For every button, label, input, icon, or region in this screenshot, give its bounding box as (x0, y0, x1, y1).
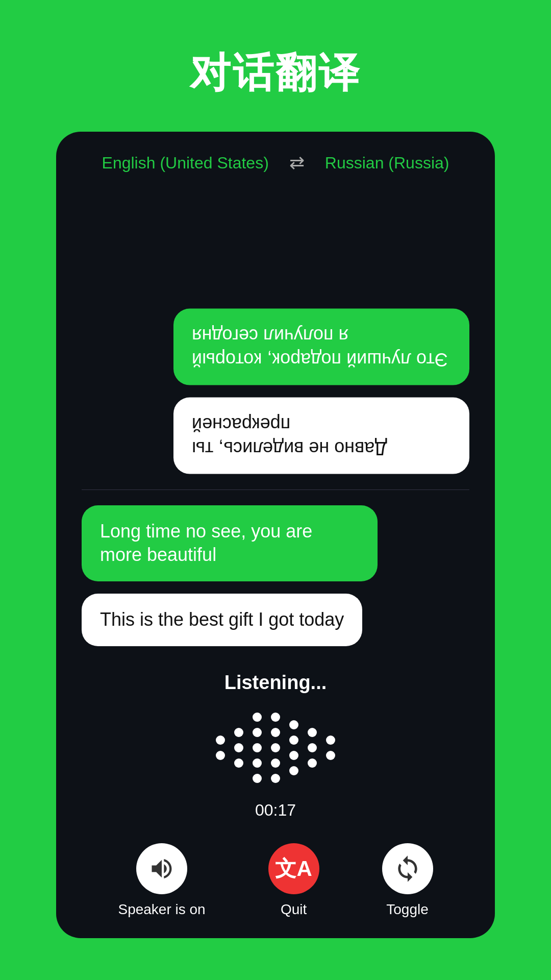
swap-icon[interactable]: ⇄ (289, 152, 305, 174)
wave-dot (234, 758, 243, 768)
bubble-top-2-container: Давно не виделись, ты прекрасней (82, 398, 469, 474)
wave-dot (216, 751, 225, 760)
wave-column-5 (308, 728, 317, 768)
speaker-control[interactable]: Speaker is on (118, 843, 205, 918)
wave-dot (271, 713, 280, 722)
toggle-icon (393, 854, 422, 883)
wave-dot (289, 736, 298, 745)
toggle-icon-circle (382, 843, 433, 894)
wave-dot (271, 774, 280, 783)
main-card: English (United States) ⇄ Russian (Russi… (56, 132, 495, 938)
messages-bottom-section: Long time no see, you are more beautiful… (56, 490, 495, 656)
bubble-bottom-1-container: Long time no see, you are more beautiful (82, 505, 469, 582)
target-language[interactable]: Russian (Russia) (325, 154, 449, 173)
wave-column-1 (234, 728, 243, 768)
wave-dot (308, 758, 317, 768)
bubble-bottom-green: Long time no see, you are more beautiful (82, 505, 378, 582)
wave-column-6 (326, 736, 335, 760)
bubble-bottom-white: This is the best gift I got today (82, 594, 362, 646)
wave-dot (289, 751, 298, 760)
speaker-icon (148, 855, 175, 882)
quit-icon-circle: 文A (268, 843, 319, 894)
waveform-visualizer (216, 707, 335, 789)
source-language[interactable]: English (United States) (102, 154, 269, 173)
toggle-label: Toggle (386, 901, 429, 918)
wave-column-2 (253, 713, 262, 783)
wave-dot (216, 736, 225, 745)
messages-top-section: Это лучший подарок, который я получил се… (56, 189, 495, 489)
speaker-label: Speaker is on (118, 901, 205, 918)
wave-dot (308, 728, 317, 737)
wave-dot (326, 736, 335, 745)
wave-dot (234, 743, 243, 752)
bottom-controls: Speaker is on 文A Quit Toggle (56, 833, 495, 938)
quit-label: Quit (281, 901, 307, 918)
timer-display: 00:17 (255, 801, 296, 820)
quit-icon: 文A (275, 854, 312, 883)
language-bar: English (United States) ⇄ Russian (Russi… (56, 132, 495, 189)
wave-dot (253, 774, 262, 783)
wave-dot (271, 728, 280, 737)
wave-dot (253, 743, 262, 752)
app-title: 对话翻译 (190, 46, 361, 101)
bubble-top-white: Давно не виделись, ты прекрасней (173, 398, 469, 474)
wave-dot (253, 728, 262, 737)
listening-section: Listening... 00:17 (56, 656, 495, 833)
wave-column-4 (289, 720, 298, 775)
wave-column-3 (271, 713, 280, 783)
wave-dot (253, 758, 262, 768)
wave-dot (253, 713, 262, 722)
wave-dot (326, 751, 335, 760)
wave-dot (234, 728, 243, 737)
quit-control[interactable]: 文A Quit (268, 843, 319, 918)
wave-dot (308, 743, 317, 752)
bubble-top-1-container: Это лучший подарок, который я получил се… (82, 309, 469, 385)
wave-column-0 (216, 736, 225, 760)
wave-dot (271, 743, 280, 752)
bubble-bottom-2-container: This is the best gift I got today (82, 594, 469, 646)
wave-dot (289, 766, 298, 775)
listening-status: Listening... (224, 672, 327, 694)
wave-dot (271, 758, 280, 768)
wave-dot (289, 720, 298, 729)
speaker-icon-circle (136, 843, 187, 894)
bubble-top-green: Это лучший подарок, который я получил се… (173, 309, 469, 385)
toggle-control[interactable]: Toggle (382, 843, 433, 918)
